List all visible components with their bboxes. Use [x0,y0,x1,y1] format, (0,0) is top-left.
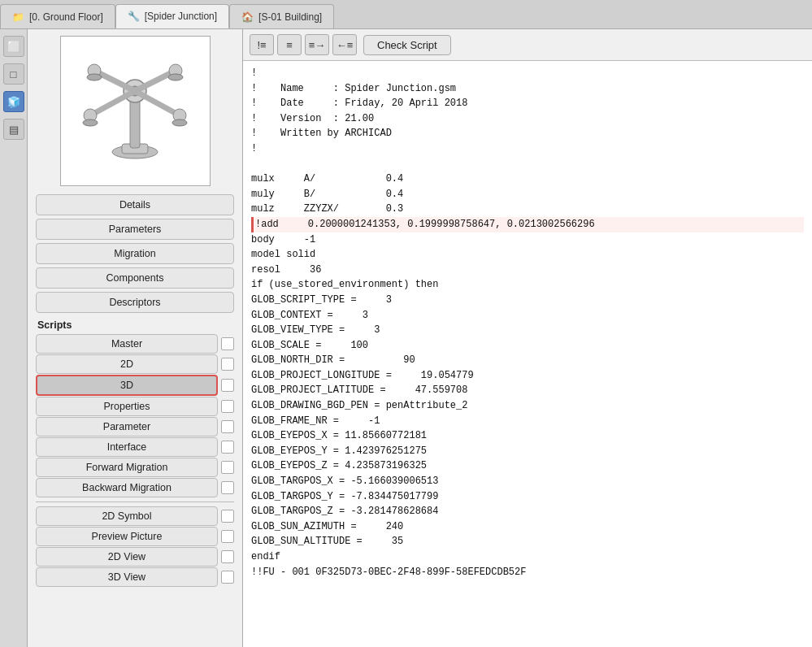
main-container: ⬜ □ 🧊 ▤ [0,29,812,647]
code-line: ! [251,67,257,79]
script-row-interface: Interface [36,437,234,457]
code-line: resol 36 [251,264,321,276]
properties-script-checkbox[interactable] [221,400,234,413]
bottom-row-2d-view: 2D View [36,547,234,567]
code-line: ! Version : 21.00 [251,113,374,124]
parameters-button[interactable]: Parameters [36,219,234,240]
code-line: GLOB_CONTEXT = 3 [251,310,368,321]
preview-picture-checkbox[interactable] [221,530,234,543]
script-row-forward-migration: Forward Migration [36,458,234,477]
preview-picture-button[interactable]: Preview Picture [36,527,218,546]
svg-line-5 [90,91,135,115]
migration-button[interactable]: Migration [36,243,234,264]
master-script-checkbox[interactable] [221,337,234,350]
2d-view-checkbox[interactable] [221,550,234,563]
check-script-button[interactable]: Check Script [363,35,451,55]
descriptors-button[interactable]: Descriptors [36,292,234,313]
code-line: muly B/ 0.4 [251,189,403,200]
bottom-row-3d-view: 3D View [36,567,234,587]
tab-s01-building[interactable]: 🏠 [S-01 Building] [229,4,334,28]
interface-script-button[interactable]: Interface [36,437,218,457]
code-line: ! Date : Friday, 20 April 2018 [251,98,467,109]
code-line: GLOB_EYEPOS_Y = 1.423976251275 [251,445,427,457]
tab-label: [Spider Junction] [145,11,217,22]
code-line: !!FU - 001 0F325D73-0BEC-2F48-899F-58EFE… [251,567,526,578]
components-button[interactable]: Components [36,267,234,289]
bottom-row-preview-picture: Preview Picture [36,527,234,546]
3d-script-button[interactable]: 3D [36,375,218,396]
bottom-rows: 2D SymbolPreview Picture2D View3D View [28,506,242,588]
tab-bar: 📁 [0. Ground Floor] 🔧 [Spider Junction] … [0,0,812,29]
icon-strip-square[interactable]: □ [3,63,24,85]
3d-view-button[interactable]: 3D View [36,567,218,587]
code-line: GLOB_PROJECT_LATITUDE = 47.559708 [251,384,467,396]
icon-strip-3d[interactable]: 🧊 [3,91,24,112]
code-line: model solid [251,249,315,260]
code-line: GLOB_SCALE = 100 [251,340,368,351]
svg-point-16 [168,74,183,80]
bottom-row-2d-symbol: 2D Symbol [36,506,234,526]
icon-strip: ⬜ □ 🧊 ▤ [0,29,28,647]
svg-point-15 [87,74,102,80]
toolbar-indent-btn-1[interactable]: !≡ [250,34,274,55]
backward-migration-script-checkbox[interactable] [221,481,234,494]
code-line: GLOB_SUN_ALTITUDE = 35 [251,536,403,547]
script-rows: Master2D3DPropertiesParameterInterfaceFo… [28,333,242,498]
script-row-master: Master [36,334,234,354]
script-row-3d: 3D [36,375,234,396]
nav-buttons: Details Parameters Migration Components … [28,193,242,315]
tab-ground-floor[interactable]: 📁 [0. Ground Floor] [0,4,115,28]
script-row-2d: 2D [36,354,234,374]
2d-view-button[interactable]: 2D View [36,547,218,567]
code-line: GLOB_TARGPOS_X = -5.166039006513 [251,475,438,487]
3d-script-checkbox[interactable] [221,379,234,392]
forward-migration-script-button[interactable]: Forward Migration [36,458,218,477]
code-line: mulx A/ 0.4 [251,173,403,185]
forward-migration-script-checkbox[interactable] [221,461,234,474]
toolbar-indent-btn-3[interactable]: ≡→ [305,34,329,55]
code-line: GLOB_TARGPOS_Y = -7.834475017799 [251,491,438,502]
svg-point-13 [83,119,98,126]
2d-script-button[interactable]: 2D [36,354,218,374]
toolbar-indent-btn-2[interactable]: ≡ [277,34,302,55]
folder-icon: 📁 [12,11,24,23]
2d-symbol-button[interactable]: 2D Symbol [36,506,218,526]
code-line: body -1 [251,234,315,245]
tab-spider-junction[interactable]: 🔧 [Spider Junction] [115,4,229,28]
code-line: ! Written by ARCHICAD [251,128,392,139]
scripts-section-label: Scripts [28,315,242,333]
interface-script-checkbox[interactable] [221,441,234,454]
2d-symbol-checkbox[interactable] [221,510,234,523]
code-line: mulz ZZYZX/ 0.3 [251,203,403,215]
parameter-script-checkbox[interactable] [221,420,234,433]
code-line: GLOB_DRAWING_BGD_PEN = penAttribute_2 [251,400,467,411]
code-line: GLOB_NORTH_DIR = 90 [251,354,415,366]
details-button[interactable]: Details [36,194,234,215]
icon-strip-list[interactable]: ▤ [3,119,24,140]
code-line: GLOB_EYEPOS_X = 11.85660772181 [251,430,427,441]
icon-strip-cursor[interactable]: ⬜ [3,36,24,57]
code-line: GLOB_SCRIPT_TYPE = 3 [251,294,392,306]
right-panel: !≡ ≡ ≡→ ←≡ Check Script ! ! Name : Spide… [243,29,812,647]
code-line: GLOB_FRAME_NR = -1 [251,415,380,427]
building-icon: 🏠 [241,11,254,23]
3d-view-checkbox[interactable] [221,571,234,584]
code-line: if (use_stored_environment) then [251,279,438,290]
backward-migration-script-button[interactable]: Backward Migration [36,478,218,497]
tab-label: [S-01 Building] [258,11,322,23]
properties-script-button[interactable]: Properties [36,397,218,416]
code-editor[interactable]: ! ! Name : Spider Junction.gsm ! Date : … [243,61,812,647]
toolbar-indent-btn-4[interactable]: ←≡ [332,34,357,55]
code-line: GLOB_SUN_AZIMUTH = 240 [251,521,403,532]
left-panel: Details Parameters Migration Components … [28,29,243,647]
divider [36,502,234,502]
master-script-button[interactable]: Master [36,334,218,354]
script-row-parameter: Parameter [36,417,234,436]
code-line: GLOB_TARGPOS_Z = -3.281478628684 [251,506,438,517]
code-line: GLOB_EYEPOS_Z = 4.235873196325 [251,460,427,471]
toolbar: !≡ ≡ ≡→ ←≡ Check Script [243,29,812,61]
svg-point-14 [172,119,187,126]
spider-junction-preview [70,46,200,176]
parameter-script-button[interactable]: Parameter [36,417,218,436]
2d-script-checkbox[interactable] [221,358,234,371]
